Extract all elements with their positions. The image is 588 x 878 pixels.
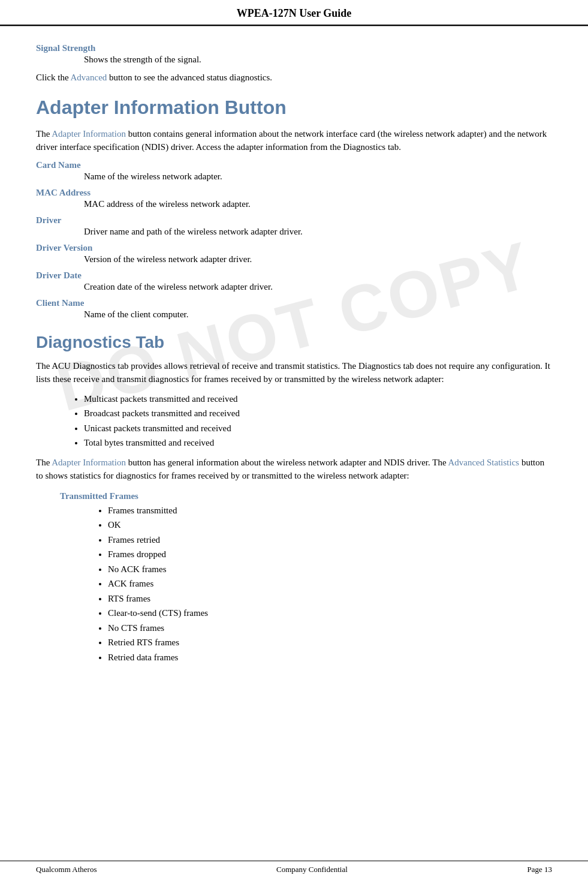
list-item: ACK frames (108, 577, 552, 591)
list-item: Unicast packets transmitted and received (84, 422, 552, 435)
driver-version-desc: Version of the wireless network adapter … (84, 254, 552, 264)
list-item: Clear-to-send (CTS) frames (108, 606, 552, 620)
footer-center: Company Confidential (276, 865, 348, 874)
driver-date-desc: Creation date of the wireless network ad… (84, 282, 552, 292)
diag-para2-mid: button has general information about the… (126, 458, 448, 467)
adapter-info-the: The (36, 129, 52, 139)
driver-version-label: Driver Version (36, 243, 552, 253)
driver-date-label: Driver Date (36, 270, 552, 281)
list-item: No ACK frames (108, 563, 552, 576)
diagnostics-bullet-list: Multicast packets transmitted and receiv… (84, 392, 552, 450)
advanced-paragraph: Click the Advanced button to see the adv… (36, 71, 552, 85)
list-item: No CTS frames (108, 621, 552, 635)
diagnostics-heading: Diagnostics Tab (36, 333, 552, 352)
diag-para2-link2: Advanced Statistics (448, 458, 519, 467)
advanced-text: button to see the advanced status diagno… (107, 73, 272, 82)
page-title: WPEA-127N User Guide (237, 7, 352, 19)
diagnostics-para2: The Adapter Information button has gener… (36, 456, 552, 483)
adapter-info-heading: Adapter Information Button (36, 97, 552, 119)
list-item: Broadcast packets transmitted and receiv… (84, 407, 552, 420)
driver-desc: Driver name and path of the wireless net… (84, 227, 552, 237)
diag-para2-the: The (36, 458, 52, 467)
transmitted-bullet-list: Frames transmittedOKFrames retriedFrames… (108, 504, 552, 664)
mac-address-label: MAC Address (36, 188, 552, 198)
adapter-info-intro: The Adapter Information button contains … (36, 127, 552, 154)
click-the-text: Click the (36, 73, 71, 82)
list-item: Retried RTS frames (108, 636, 552, 650)
list-item: RTS frames (108, 592, 552, 606)
signal-strength-label: Signal Strength (36, 43, 552, 53)
list-item: OK (108, 518, 552, 532)
signal-strength-desc: Shows the strength of the signal. (84, 55, 552, 65)
card-name-desc: Name of the wireless network adapter. (84, 172, 552, 182)
client-name-desc: Name of the client computer. (84, 309, 552, 320)
mac-address-desc: MAC address of the wireless network adap… (84, 199, 552, 209)
diagnostics-para1: The ACU Diagnostics tab provides allows … (36, 359, 552, 386)
client-name-label: Client Name (36, 298, 552, 308)
list-item: Retried data frames (108, 651, 552, 664)
page-footer: Qualcomm Atheros Company Confidential Pa… (0, 861, 588, 878)
adapter-info-link: Adapter Information (52, 129, 126, 139)
list-item: Frames transmitted (108, 504, 552, 518)
transmitted-frames-label: Transmitted Frames (60, 491, 552, 501)
list-item: Frames retried (108, 533, 552, 547)
list-item: Multicast packets transmitted and receiv… (84, 392, 552, 406)
footer-left: Qualcomm Atheros (36, 865, 97, 874)
transmitted-frames-section: Transmitted Frames Frames transmittedOKF… (60, 491, 552, 664)
advanced-link: Advanced (71, 73, 107, 82)
list-item: Total bytes transmitted and received (84, 436, 552, 450)
footer-right: Page 13 (527, 865, 552, 874)
driver-label: Driver (36, 215, 552, 225)
diag-para2-link1: Adapter Information (52, 458, 126, 467)
page-header: WPEA-127N User Guide (0, 0, 588, 26)
card-name-label: Card Name (36, 160, 552, 170)
list-item: Frames dropped (108, 548, 552, 561)
